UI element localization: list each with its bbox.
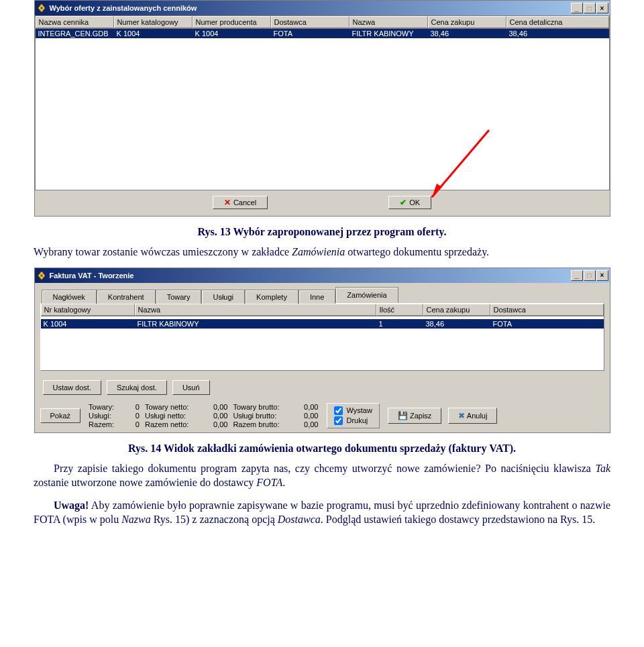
cell-ilosc: 1 bbox=[376, 319, 423, 329]
tab-zamowienia[interactable]: Zamówienia bbox=[335, 287, 398, 303]
col-numer-prod[interactable]: Numer producenta bbox=[193, 16, 271, 28]
svg-point-5 bbox=[40, 274, 43, 277]
anuluj-button[interactable]: ✖ Anuluj bbox=[448, 408, 497, 424]
cell-numer-kat: K 1004 bbox=[114, 29, 193, 38]
table-header: Nazwa cennika Numer katalogowy Numer pro… bbox=[36, 16, 609, 29]
figure-caption-14: Rys. 14 Widok zakładki zamówienia otwart… bbox=[34, 443, 610, 455]
cell-cena-detal: 38,46 bbox=[506, 29, 609, 38]
close-button[interactable]: × bbox=[596, 270, 608, 281]
zapisz-button[interactable]: 💾 Zapisz bbox=[388, 408, 441, 424]
ustaw-dost-button[interactable]: Ustaw dost. bbox=[43, 380, 101, 395]
tab-uslugi[interactable]: Usługi bbox=[201, 290, 245, 304]
x-icon: ✕ bbox=[224, 198, 231, 207]
cell-cena-zakupu: 38,46 bbox=[423, 319, 490, 329]
invoice-window: Faktura VAT - Tworzenie _ □ × Nagłówek K… bbox=[34, 268, 610, 433]
tab-naglowek[interactable]: Nagłówek bbox=[42, 290, 97, 304]
wystaw-checkbox[interactable]: Wystaw bbox=[334, 406, 372, 415]
paragraph-1: Wybrany towar zostanie wówczas umieszczo… bbox=[34, 245, 610, 259]
col-nazwa[interactable]: Nazwa bbox=[350, 16, 428, 28]
check-icon: ✔ bbox=[400, 198, 407, 207]
footer-bar: Pokaż Towary:0 Towary netto:0,00 Towary … bbox=[35, 399, 610, 432]
usun-button[interactable]: Usuń bbox=[172, 380, 210, 395]
col-ilosc[interactable]: Ilość bbox=[376, 304, 423, 316]
figure-caption-13: Rys. 13 Wybór zaproponowanej przez progr… bbox=[34, 226, 610, 238]
cell-numer-prod: K 1004 bbox=[193, 29, 271, 38]
table-row[interactable]: INTEGRA_CEN.GDB K 1004 K 1004 FOTA FILTR… bbox=[36, 29, 609, 38]
col-nr-kat[interactable]: Nr katalogowy bbox=[41, 304, 135, 316]
titlebar-2[interactable]: Faktura VAT - Tworzenie _ □ × bbox=[35, 268, 610, 283]
drukuj-checkbox[interactable]: Drukuj bbox=[334, 416, 372, 425]
app-icon bbox=[36, 270, 47, 281]
cell-nazwa: FILTR KABINOWY bbox=[135, 319, 376, 329]
tab-komplety[interactable]: Komplety bbox=[245, 290, 299, 304]
orders-table: Nr katalogowy Nazwa Ilość Cena zakupu Do… bbox=[41, 304, 604, 370]
tab-towary[interactable]: Towary bbox=[156, 290, 202, 304]
svg-point-1 bbox=[40, 7, 43, 9]
ok-label: OK bbox=[409, 198, 420, 207]
tab-bar: Nagłówek Kontrahent Towary Usługi Komple… bbox=[35, 283, 610, 303]
table-row[interactable]: K 1004 FILTR KABINOWY 1 38,46 FOTA bbox=[41, 319, 604, 329]
col-nazwa[interactable]: Nazwa bbox=[135, 304, 376, 316]
cell-nr-kat: K 1004 bbox=[41, 319, 135, 329]
save-icon: 💾 bbox=[398, 411, 408, 420]
cell-nazwa-cennika: INTEGRA_CEN.GDB bbox=[36, 29, 114, 38]
maximize-button[interactable]: □ bbox=[584, 270, 596, 281]
paragraph-2: Przy zapisie takiego dokumentu program z… bbox=[34, 461, 610, 490]
col-nazwa-cennika[interactable]: Nazwa cennika bbox=[36, 16, 114, 28]
titlebar[interactable]: Wybór oferty z zainstalowanych cenników … bbox=[35, 1, 610, 15]
maximize-button[interactable]: □ bbox=[584, 3, 596, 13]
totals-grid: Towary:0 Towary netto:0,00 Towary brutto… bbox=[89, 403, 318, 428]
pokaz-button[interactable]: Pokaż bbox=[40, 408, 81, 423]
minimize-button[interactable]: _ bbox=[571, 3, 583, 13]
cell-dostawca: FOTA bbox=[271, 29, 350, 38]
szukaj-dost-button[interactable]: Szukaj dost. bbox=[107, 380, 167, 395]
minimize-button[interactable]: _ bbox=[571, 270, 583, 281]
cancel-button[interactable]: ✕ Cancel bbox=[213, 196, 268, 209]
tab-inne[interactable]: Inne bbox=[299, 290, 335, 304]
col-cena-detal[interactable]: Cena detaliczna bbox=[506, 16, 609, 28]
cell-nazwa: FILTR KABINOWY bbox=[350, 29, 428, 38]
cancel-icon: ✖ bbox=[458, 411, 465, 420]
col-dostawca[interactable]: Dostawca bbox=[271, 16, 350, 28]
offers-table: Nazwa cennika Numer katalogowy Numer pro… bbox=[35, 15, 610, 190]
col-cena-zakupu[interactable]: Cena zakupu bbox=[428, 16, 506, 28]
window-title: Wybór oferty z zainstalowanych cenników bbox=[50, 4, 571, 12]
window-title-2: Faktura VAT - Tworzenie bbox=[50, 272, 571, 280]
cell-cena-zakupu: 38,46 bbox=[428, 29, 506, 38]
tab-kontrahent[interactable]: Kontrahent bbox=[97, 290, 156, 304]
cell-dostawca: FOTA bbox=[490, 319, 604, 329]
app-icon bbox=[36, 3, 47, 13]
offer-selection-window: Wybór oferty z zainstalowanych cenników … bbox=[34, 0, 610, 217]
paragraph-3: Uwaga! Aby zamówienie było poprawnie zap… bbox=[34, 498, 610, 527]
col-dostawca[interactable]: Dostawca bbox=[490, 304, 604, 316]
ok-button[interactable]: ✔ OK bbox=[388, 196, 431, 209]
col-cena-zakupu[interactable]: Cena zakupu bbox=[423, 304, 490, 316]
col-numer-kat[interactable]: Numer katalogowy bbox=[114, 16, 193, 28]
close-button[interactable]: × bbox=[596, 3, 608, 13]
cancel-label: Cancel bbox=[233, 198, 256, 207]
